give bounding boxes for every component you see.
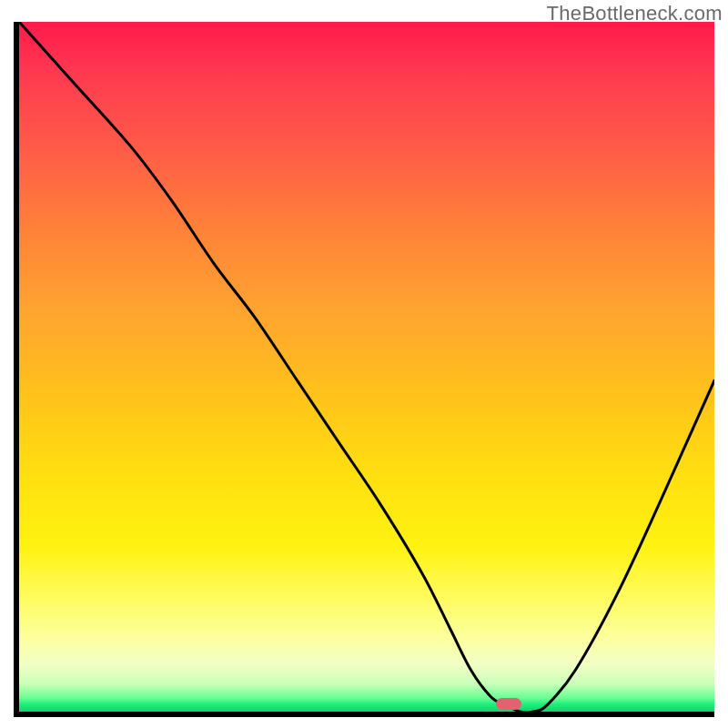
curve-svg xyxy=(19,22,714,712)
value-marker xyxy=(496,698,521,710)
x-axis xyxy=(14,712,714,717)
chart-container: TheBottleneck.com xyxy=(0,0,728,728)
watermark-text: TheBottleneck.com xyxy=(547,2,723,25)
y-axis xyxy=(14,22,19,717)
bottleneck-curve xyxy=(19,22,714,712)
